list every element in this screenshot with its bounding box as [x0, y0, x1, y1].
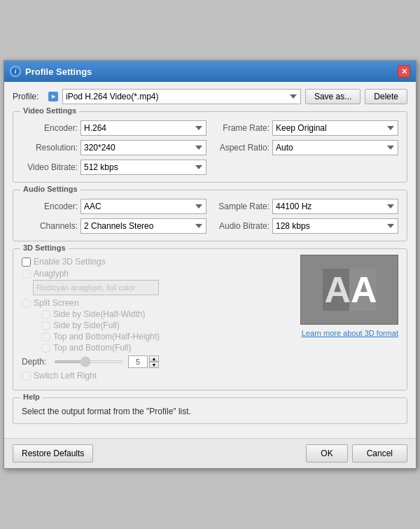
encoder-label: Encoder:	[22, 123, 78, 133]
sample-rate-select[interactable]: 44100 Hz	[272, 199, 398, 214]
depth-row: Depth: ▲ ▼	[22, 355, 293, 368]
audio-settings-section: Audio Settings Encoder: AAC Sample Rate:…	[13, 190, 407, 241]
depth-down-button[interactable]: ▼	[149, 362, 159, 368]
audio-encoder-row: Encoder: AAC	[22, 199, 206, 214]
switch-lr-label[interactable]: Switch Left Right	[34, 371, 97, 381]
split-screen-label[interactable]: Split Screen	[34, 298, 79, 308]
depth-slider[interactable]	[54, 360, 124, 363]
depth-label: Depth:	[22, 357, 50, 367]
profile-label: Profile:	[13, 92, 44, 101]
sample-rate-label: Sample Rate:	[214, 202, 270, 211]
profile-icon: ▶	[48, 92, 58, 101]
3d-settings-section: 3D Settings Enable 3D Settings Anaglyph …	[13, 248, 407, 390]
3d-preview-left-char: A	[323, 269, 349, 311]
aspect-ratio-row: Aspect Ratio: Auto	[214, 140, 398, 155]
audio-settings-grid: Encoder: AAC Sample Rate: 44100 Hz Chann…	[22, 199, 398, 234]
depth-value-input[interactable]	[128, 355, 148, 368]
video-bitrate-label: Video Bitrate:	[22, 162, 78, 172]
enable-3d-row: Enable 3D Settings	[22, 257, 293, 267]
delete-button[interactable]: Delete	[365, 89, 407, 104]
switch-lr-row: Switch Left Right	[22, 371, 293, 381]
profile-settings-dialog: i Profile Settings ✕ Profile: ▶ iPod H.2…	[4, 60, 416, 469]
side-by-side-half-radio[interactable]	[41, 310, 50, 319]
aspect-ratio-label: Aspect Ratio:	[214, 143, 270, 153]
switch-lr-checkbox[interactable]	[22, 372, 31, 381]
dialog-title: Profile Settings	[25, 66, 398, 77]
video-settings-grid: Encoder: H.264 Frame Rate: Keep Original…	[22, 120, 398, 175]
encoder-row: Encoder: H.264	[22, 120, 206, 136]
video-settings-title: Video Settings	[20, 106, 79, 115]
audio-bitrate-select[interactable]: 128 kbps	[272, 218, 398, 234]
3d-settings-right: A A Learn more about 3D format	[300, 255, 398, 383]
anaglyph-row: Anaglyph	[22, 269, 293, 278]
audio-settings-title: Audio Settings	[20, 185, 80, 193]
split-screen-row: Split Screen	[22, 298, 293, 308]
anaglyph-select-row: Red/cyan anaglyph, full color	[33, 280, 293, 295]
3d-preview: A A	[300, 255, 398, 325]
top-bottom-half-row: Top and Bottom(Half-Height)	[41, 332, 293, 341]
depth-spinner: ▲ ▼	[149, 355, 159, 368]
channels-label: Channels:	[22, 221, 78, 231]
restore-defaults-button[interactable]: Restore Defaults	[13, 444, 93, 463]
top-bottom-full-radio[interactable]	[41, 344, 50, 353]
encoder-select[interactable]: H.264	[80, 120, 206, 136]
footer: Restore Defaults OK Cancel	[4, 438, 416, 468]
anaglyph-type-select[interactable]: Red/cyan anaglyph, full color	[33, 280, 159, 295]
enable-3d-label[interactable]: Enable 3D Settings	[34, 257, 106, 267]
top-bottom-half-radio[interactable]	[41, 332, 50, 341]
cancel-button[interactable]: Cancel	[352, 444, 407, 463]
aspect-ratio-select[interactable]: Auto	[272, 140, 398, 155]
learn-3d-link[interactable]: Learn more about 3D format	[302, 329, 398, 337]
3d-settings-left: Enable 3D Settings Anaglyph Red/cyan ana…	[22, 255, 293, 383]
frame-rate-select[interactable]: Keep Original	[272, 120, 398, 136]
ok-button[interactable]: OK	[306, 444, 347, 463]
app-icon: i	[10, 66, 21, 77]
channels-select[interactable]: 2 Channels Stereo	[80, 218, 206, 234]
frame-rate-row: Frame Rate: Keep Original	[214, 120, 398, 136]
audio-bitrate-row: Audio Bitrate: 128 kbps	[214, 218, 398, 234]
video-bitrate-select[interactable]: 512 kbps	[80, 160, 206, 175]
frame-rate-label: Frame Rate:	[214, 123, 270, 133]
top-bottom-full-row: Top and Bottom(Full)	[41, 343, 293, 353]
3d-settings-title: 3D Settings	[20, 244, 69, 252]
resolution-row: Resolution: 320*240	[22, 140, 206, 155]
anaglyph-label[interactable]: Anaglyph	[34, 269, 69, 278]
help-title: Help	[20, 393, 43, 401]
close-button[interactable]: ✕	[398, 65, 410, 78]
profile-row: Profile: ▶ iPod H.264 Video(*.mp4) Save …	[13, 89, 407, 104]
3d-preview-right-char: A	[349, 269, 376, 311]
sample-rate-row: Sample Rate: 44100 Hz	[214, 199, 398, 214]
resolution-label: Resolution:	[22, 143, 78, 153]
footer-actions: OK Cancel	[306, 444, 407, 463]
depth-up-button[interactable]: ▲	[149, 355, 159, 362]
side-by-side-half-label[interactable]: Side by Side(Half-Width)	[53, 309, 145, 319]
video-settings-section: Video Settings Encoder: H.264 Frame Rate…	[13, 111, 407, 183]
dialog-body: Profile: ▶ iPod H.264 Video(*.mp4) Save …	[4, 82, 416, 438]
resolution-select[interactable]: 320*240	[80, 140, 206, 155]
side-by-side-half-row: Side by Side(Half-Width)	[41, 309, 293, 319]
top-bottom-half-label[interactable]: Top and Bottom(Half-Height)	[53, 332, 160, 341]
audio-bitrate-label: Audio Bitrate:	[214, 221, 270, 231]
top-bottom-full-label[interactable]: Top and Bottom(Full)	[53, 343, 131, 353]
side-by-side-full-label[interactable]: Side by Side(Full)	[53, 320, 120, 330]
title-bar: i Profile Settings ✕	[4, 61, 416, 82]
help-section: Help Select the output format from the "…	[13, 397, 407, 424]
save-as-button[interactable]: Save as...	[305, 89, 360, 104]
video-bitrate-row: Video Bitrate: 512 kbps	[22, 160, 206, 175]
help-text: Select the output format from the "Profi…	[22, 407, 398, 416]
channels-row: Channels: 2 Channels Stereo	[22, 218, 206, 234]
enable-3d-checkbox[interactable]	[22, 258, 31, 267]
audio-encoder-select[interactable]: AAC	[80, 199, 206, 214]
profile-select[interactable]: iPod H.264 Video(*.mp4)	[62, 89, 301, 104]
anaglyph-radio[interactable]	[22, 269, 31, 278]
side-by-side-full-radio[interactable]	[41, 321, 50, 330]
side-by-side-full-row: Side by Side(Full)	[41, 320, 293, 330]
3d-preview-text: A A	[323, 269, 375, 311]
split-screen-radio[interactable]	[22, 299, 31, 308]
audio-encoder-label: Encoder:	[22, 202, 78, 211]
